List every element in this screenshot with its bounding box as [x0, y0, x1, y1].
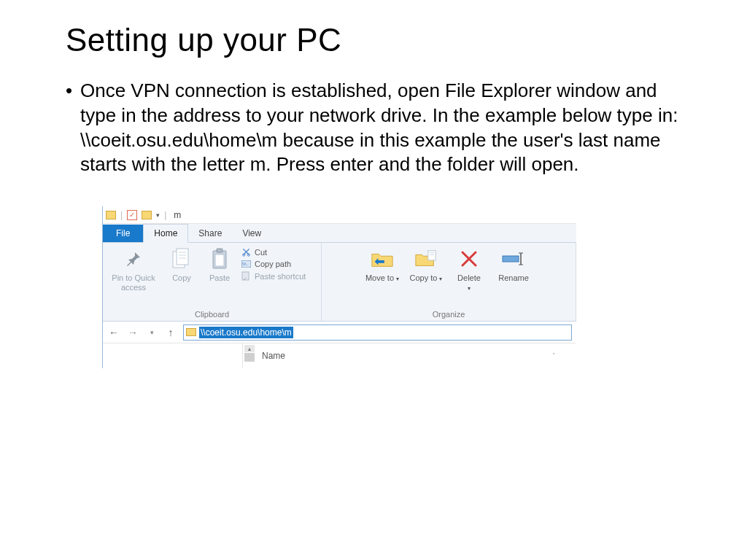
svg-rect-16	[503, 256, 519, 262]
paste-label: Paste	[209, 273, 230, 283]
cut-label: Cut	[255, 248, 267, 257]
paste-icon	[208, 247, 231, 271]
delete-icon	[457, 247, 481, 271]
address-text: \\coeit.osu.edu\home\m	[199, 327, 293, 338]
dropdown-caret-icon: ▾	[396, 276, 399, 282]
address-bar-row: ← → ▾ ↑ \\coeit.osu.edu\home\m	[103, 322, 576, 343]
copy-path-icon: \\\\..	[241, 260, 251, 268]
navigation-pane[interactable]	[103, 343, 243, 368]
svg-rect-1	[177, 249, 188, 265]
column-headers: Name ˄	[256, 343, 576, 368]
tab-share[interactable]: Share	[188, 225, 232, 242]
paste-shortcut-button[interactable]: Paste shortcut	[241, 271, 306, 281]
tab-view[interactable]: View	[232, 225, 271, 242]
app-icon	[106, 211, 116, 219]
nav-up-button[interactable]: ↑	[164, 326, 177, 339]
scroll-up-icon[interactable]: ▴	[244, 345, 255, 352]
copy-icon	[170, 247, 193, 271]
group-clipboard: Pin to Quick access Copy Paste	[103, 243, 322, 321]
cut-button[interactable]: Cut	[241, 247, 306, 257]
copy-to-label: Copy to	[410, 273, 438, 282]
bullet-marker: •	[66, 79, 80, 177]
rename-label: Rename	[498, 273, 529, 283]
column-name[interactable]: Name	[262, 351, 285, 361]
ribbon-tabs: File Home Share View	[103, 224, 576, 243]
qat-separator-2: |	[164, 210, 166, 220]
pin-icon	[122, 247, 145, 271]
clipboard-mini-list: Cut \\\\.. Copy path Paste shortcut	[241, 246, 306, 281]
bullet-item: • Once VPN connection is established, op…	[66, 79, 681, 177]
column-sort-indicator-icon: ˄	[552, 352, 556, 359]
copy-label: Copy	[172, 273, 191, 283]
address-folder-icon	[186, 328, 196, 336]
paste-shortcut-icon	[241, 271, 251, 281]
window-title: m	[174, 210, 181, 220]
copy-button[interactable]: Copy	[166, 246, 198, 283]
rename-button[interactable]: Rename	[493, 246, 534, 283]
group-organize: Move to ▾ Copy to ▾ Delete▾	[322, 243, 576, 321]
svg-rect-13	[428, 251, 436, 260]
qat-newfolder-icon[interactable]	[142, 211, 152, 219]
svg-rect-7	[215, 254, 224, 266]
copy-path-button[interactable]: \\\\.. Copy path	[241, 260, 306, 268]
content-area: ▴ Name ˄	[103, 343, 576, 368]
tab-file[interactable]: File	[103, 225, 143, 242]
pin-to-quick-access-button[interactable]: Pin to Quick access	[107, 246, 160, 292]
move-to-button[interactable]: Move to ▾	[363, 246, 401, 283]
nav-forward-button[interactable]: →	[126, 326, 139, 339]
pin-label: Pin to Quick access	[107, 273, 160, 292]
svg-rect-6	[217, 249, 222, 252]
cut-icon	[241, 247, 251, 257]
delete-label: Delete	[457, 273, 481, 282]
clipboard-group-label: Clipboard	[103, 308, 321, 321]
delete-button[interactable]: Delete▾	[451, 246, 487, 292]
dropdown-caret-icon: ▾	[468, 285, 471, 292]
paste-button[interactable]: Paste	[204, 246, 236, 283]
qat-separator: |	[120, 210, 123, 220]
file-explorer-window: | ✓ ▾ | m File Home Share View Pin to Qu…	[102, 206, 576, 368]
qat-properties-icon[interactable]: ✓	[127, 210, 137, 220]
copy-path-label: Copy path	[255, 260, 291, 268]
svg-rect-12	[242, 272, 249, 280]
bullet-text: Once VPN connection is established, open…	[80, 79, 681, 177]
ribbon: Pin to Quick access Copy Paste	[103, 243, 576, 322]
nav-history-dropdown[interactable]: ▾	[145, 326, 158, 339]
organize-group-label: Organize	[322, 308, 576, 321]
scroll-thumb[interactable]	[244, 353, 255, 362]
paste-shortcut-label: Paste shortcut	[255, 272, 306, 281]
nav-back-button[interactable]: ←	[107, 326, 120, 339]
title-bar: | ✓ ▾ | m	[103, 206, 576, 224]
qat-dropdown-icon[interactable]: ▾	[156, 211, 160, 219]
rename-icon	[502, 247, 525, 271]
dropdown-caret-icon: ▾	[439, 276, 442, 282]
tab-home[interactable]: Home	[143, 224, 188, 243]
move-to-label: Move to	[365, 273, 394, 282]
slide-title: Setting up your PC	[66, 22, 681, 58]
copy-to-button[interactable]: Copy to ▾	[407, 246, 445, 283]
address-input[interactable]: \\coeit.osu.edu\home\m	[183, 324, 572, 341]
scroll-hint: ▴	[243, 343, 256, 368]
copy-to-icon	[414, 247, 438, 271]
move-to-icon	[371, 247, 394, 271]
svg-text:\\\\..: \\\\..	[242, 262, 248, 266]
